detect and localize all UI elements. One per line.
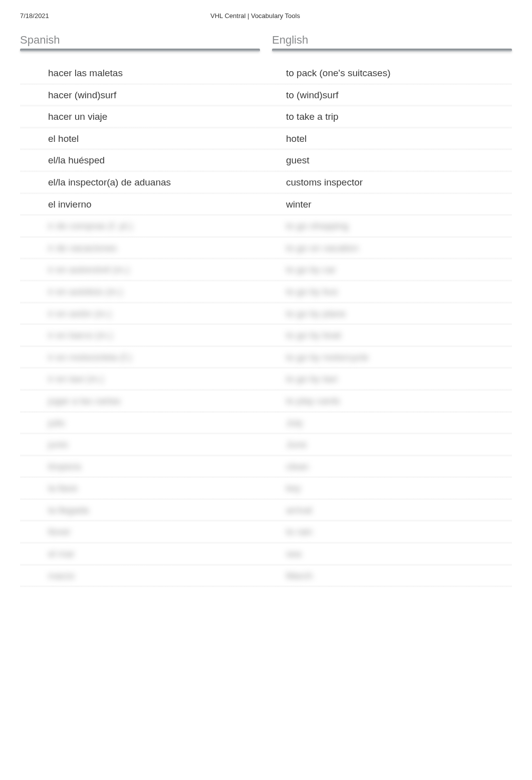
vocab-row: ir en barco (m.)to go by boat (20, 325, 512, 347)
column-headers: Spanish English (20, 34, 512, 49)
vocab-english: to (wind)surf (280, 89, 512, 102)
vocab-row: ir en avión (m.)to go by plane (20, 303, 512, 325)
vocab-english: customs inspector (280, 176, 512, 189)
vocab-spanish: hacer un viaje (20, 110, 280, 124)
vocab-spanish: llover (20, 525, 280, 539)
header-underlines (20, 49, 512, 54)
vocab-spanish: ir en motocicleta (f.) (20, 351, 280, 364)
vocab-row: hacer un viajeto take a trip (20, 106, 512, 128)
vocab-row: la llavekey (20, 478, 512, 500)
vocab-spanish: hacer las maletas (20, 67, 280, 80)
vocab-spanish: ir en barco (m.) (20, 329, 280, 342)
vocab-english: to take a trip (280, 110, 512, 124)
vocab-english: to go on vacation (280, 242, 512, 255)
vocab-list: hacer las maletasto pack (one's suitcase… (20, 63, 512, 587)
page-date: 7/18/2021 (20, 12, 210, 20)
vocab-spanish: la llave (20, 482, 280, 495)
vocab-row: el/la huéspedguest (20, 150, 512, 172)
vocab-spanish: el/la huésped (20, 154, 280, 167)
vocab-english: March (280, 569, 512, 583)
vocab-row: ir de vacacionesto go on vacation (20, 238, 512, 260)
vocab-spanish: ir en automóvil (m.) (20, 263, 280, 277)
vocab-row: el marsea (20, 543, 512, 565)
vocab-english: to go by car (280, 263, 512, 277)
vocab-row: jugar a las cartasto play cards (20, 391, 512, 413)
vocab-spanish: ir en autobús (m.) (20, 285, 280, 299)
vocab-english: to go by boat (280, 329, 512, 342)
vocab-spanish: hacer (wind)surf (20, 89, 280, 102)
underline-right (272, 49, 512, 52)
vocab-row: la llegadaarrival (20, 500, 512, 522)
underline-left (20, 49, 260, 52)
vocab-spanish: limpio/a (20, 460, 280, 474)
vocab-row: limpio/aclean (20, 456, 512, 478)
vocab-spanish: ir en taxi (m.) (20, 372, 280, 386)
header-english: English (266, 34, 512, 49)
page-meta: 7/18/2021 VHL Central | Vocabulary Tools (0, 0, 532, 24)
vocab-row: el hotelhotel (20, 128, 512, 150)
vocab-row: ir en automóvil (m.)to go by car (20, 259, 512, 281)
vocab-spanish: jugar a las cartas (20, 395, 280, 408)
vocab-english: June (280, 438, 512, 452)
vocab-spanish: marzo (20, 569, 280, 583)
vocab-english: to go by plane (280, 307, 512, 321)
vocab-english: key (280, 482, 512, 495)
page-title: VHL Central | Vocabulary Tools (210, 12, 512, 20)
vocab-spanish: julio (20, 417, 280, 430)
vocab-spanish: ir de compras (f. pl.) (20, 220, 280, 233)
vocab-row: lloverto rain (20, 521, 512, 543)
vocab-spanish: el/la inspector(a) de aduanas (20, 176, 280, 189)
vocab-english: to pack (one's suitcases) (280, 67, 512, 80)
vocab-spanish: el invierno (20, 198, 280, 212)
vocab-english: July (280, 417, 512, 430)
vocab-english: to play cards (280, 395, 512, 408)
vocab-english: winter (280, 198, 512, 212)
vocab-english: hotel (280, 132, 512, 146)
vocab-spanish: el hotel (20, 132, 280, 146)
vocab-row: marzoMarch (20, 565, 512, 588)
vocab-spanish: el mar (20, 547, 280, 561)
vocab-row: ir en taxi (m.)to go by taxi (20, 368, 512, 391)
vocab-row: ir en autobús (m.)to go by bus (20, 281, 512, 303)
vocab-english: to go shopping (280, 220, 512, 233)
vocab-english: to go by motorcycle (280, 351, 512, 364)
vocab-row: hacer las maletasto pack (one's suitcase… (20, 63, 512, 85)
vocab-row: ir de compras (f. pl.)to go shopping (20, 216, 512, 238)
vocab-row: el/la inspector(a) de aduanascustoms ins… (20, 172, 512, 194)
vocab-english: to rain (280, 525, 512, 539)
vocab-row: julioJuly (20, 413, 512, 435)
vocab-english: sea (280, 547, 512, 561)
vocab-row: el inviernowinter (20, 194, 512, 216)
vocab-english: to go by taxi (280, 372, 512, 386)
vocab-english: guest (280, 154, 512, 167)
vocab-english: to go by bus (280, 285, 512, 299)
content: Spanish English hacer las maletasto pack… (0, 24, 532, 587)
vocab-row: hacer (wind)surfto (wind)surf (20, 85, 512, 107)
vocab-row: junioJune (20, 434, 512, 456)
vocab-spanish: junio (20, 438, 280, 452)
vocab-spanish: ir de vacaciones (20, 242, 280, 255)
header-spanish: Spanish (20, 34, 266, 49)
vocab-english: arrival (280, 504, 512, 517)
vocab-row: ir en motocicleta (f.)to go by motorcycl… (20, 347, 512, 369)
vocab-spanish: ir en avión (m.) (20, 307, 280, 321)
vocab-spanish: la llegada (20, 504, 280, 517)
vocab-english: clean (280, 460, 512, 474)
